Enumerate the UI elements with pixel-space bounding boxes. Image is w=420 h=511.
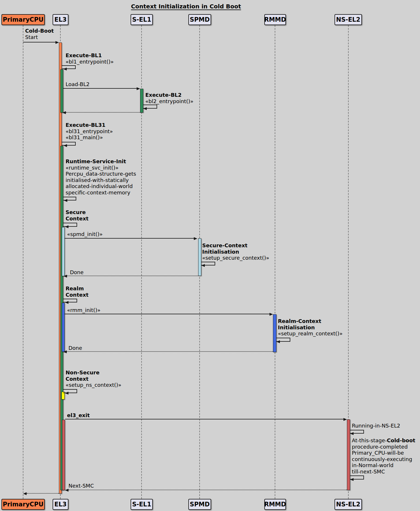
arrowhead-load-bl2: [137, 87, 140, 90]
label-next-smc: Next-SMC: [68, 483, 94, 489]
activation-ns-el2-running: [347, 419, 350, 490]
arrowhead-secure-context: [65, 225, 68, 228]
arrow-return-primary-cpu: [27, 493, 59, 494]
label-ns-context: Non-Secure Context «setup_ns_context()»: [66, 369, 121, 388]
activation-el3-secure-context: [62, 227, 65, 276]
arrowhead-execute-bl2: [143, 107, 147, 110]
arrow-next-smc: [68, 490, 347, 490]
label-execute-bl1: Execute-BL1 «bl1_entrypoint()»: [66, 52, 114, 65]
label-execute-bl2: Execute-BL2 «bl2_entrypoint()»: [145, 92, 193, 104]
activation-el3-realm-context: [62, 303, 65, 352]
label-runtime-service-init: Runtime-Service-Init «runtime_svc_init()…: [66, 158, 136, 196]
arrow-load-bl2: [63, 88, 137, 89]
arrowhead-done-secure: [64, 275, 67, 278]
activation-rmmd-realm-context: [273, 314, 276, 352]
arrow-done-secure: [67, 276, 198, 276]
label-realm-context-init: Realm-Context Initialisation «setup_real…: [278, 318, 343, 337]
label-secure-context: Secure Context: [66, 209, 88, 222]
label-secure-context-init: Secure-Context Initialisation «setup_sec…: [202, 242, 269, 261]
arrowhead-done-realm: [63, 350, 67, 353]
arrowhead-execute-bl1: [63, 68, 67, 70]
participant-top-ns-el2: NS-EL2: [334, 14, 362, 25]
arrow-spmd-init: [65, 238, 194, 239]
diagram-title: Context Initialization in Cold Boot: [108, 3, 264, 10]
arrow-cold-boot: [23, 42, 56, 42]
arrowhead-realm-context-init: [276, 340, 280, 343]
label-execute-bl31: Execute-BL31 «bl31_entrypoint» «bl31_mai…: [66, 122, 113, 141]
participant-bottom-rmmd: RMMD: [264, 499, 286, 510]
activation-el3-bl1: [60, 69, 63, 113]
arrow-el3-exit: [65, 419, 343, 419]
label-cold-boot: Cold-Boot Start: [25, 28, 54, 40]
participant-bottom-ns-el2: NS-EL2: [334, 499, 362, 510]
label-realm-context: Realm Context: [66, 285, 88, 298]
activation-s-el1-bl2: [140, 89, 143, 113]
participant-bottom-spmd: SPMD: [188, 499, 211, 510]
arrowhead-running-ns-el2: [350, 432, 354, 435]
label-done-secure: Done: [70, 269, 83, 276]
arrowhead-execute-bl31: [64, 144, 67, 147]
activation-spmd-secure-context: [198, 238, 201, 276]
lifeline-primary-cpu: [23, 25, 23, 499]
participant-top-spmd: SPMD: [188, 14, 211, 25]
arrow-done-realm: [67, 351, 273, 352]
arrowhead-rmm-init: [270, 313, 273, 316]
arrow-return-bl2: [66, 112, 140, 113]
label-spmd-init: «spmd_init()»: [67, 231, 103, 237]
arrowhead-runtime-service-init: [64, 199, 67, 202]
activation-el3-exit: [62, 420, 65, 490]
arrowhead-return-bl2: [62, 111, 66, 114]
arrowhead-ns-context: [65, 392, 68, 395]
arrowhead-next-smc: [65, 489, 68, 492]
participant-top-s-el1: S-EL1: [131, 14, 153, 25]
arrow-rmm-init: [65, 314, 270, 314]
participant-top-el3: EL3: [53, 14, 68, 25]
arrowhead-el3-exit: [343, 418, 347, 421]
label-done-realm: Done: [68, 345, 82, 351]
label-el3-exit: el3_exit: [67, 412, 90, 419]
label-load-bl2: Load-BL2: [66, 81, 90, 88]
participant-bottom-primary-cpu: PrimaryCPU: [1, 499, 45, 510]
arrowhead-realm-context: [65, 301, 68, 304]
arrowhead-secure-context-init: [201, 264, 205, 267]
arrowhead-cold-boot: [55, 41, 59, 44]
sequence-diagram: Context Initialization in Cold Boot Prim…: [0, 0, 420, 511]
participant-bottom-s-el1: S-EL1: [131, 499, 153, 510]
label-rmm-init: «rmm_init()»: [67, 307, 101, 313]
arrowhead-at-this-stage: [350, 478, 354, 481]
lifeline-rmmd: [275, 25, 275, 499]
label-running-ns-el2: Running-in-NS-EL2: [352, 423, 400, 429]
label-at-this-stage: At-this-stage-Cold-boot procedure-comple…: [352, 437, 415, 475]
arrowhead-spmd-init: [194, 237, 197, 240]
participant-bottom-el3: EL3: [53, 499, 68, 510]
arrowhead-return-primary-cpu: [23, 492, 27, 495]
participant-top-rmmd: RMMD: [264, 14, 286, 25]
participant-top-primary-cpu: PrimaryCPU: [1, 14, 45, 25]
